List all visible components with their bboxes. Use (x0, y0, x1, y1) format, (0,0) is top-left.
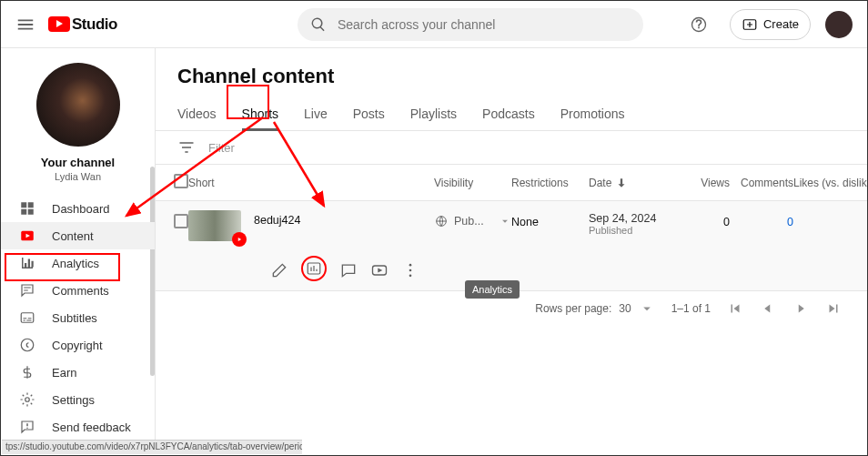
channel-name: Lydia Wan (1, 171, 155, 182)
svg-point-6 (26, 427, 28, 429)
browser-status-bar: tps://studio.youtube.com/video/x7rpNL3FY… (2, 440, 302, 454)
chevron-down-icon (499, 215, 511, 228)
filter-label: Filter (208, 141, 235, 155)
range-label: 1–1 of 1 (671, 302, 711, 315)
copyright-icon (19, 337, 35, 353)
tab-videos[interactable]: Videos (177, 97, 217, 130)
app-header: Studio Create (1, 1, 867, 48)
video-thumbnail[interactable] (188, 210, 241, 241)
channel-avatar[interactable] (36, 63, 120, 147)
sidebar-item-content[interactable]: Content (1, 222, 155, 249)
row-actions (270, 259, 434, 281)
sidebar-item-label: Subtitles (52, 311, 97, 325)
page-prev-icon[interactable] (760, 300, 776, 317)
visibility-value: Pub... (454, 215, 484, 228)
hamburger-icon[interactable] (15, 15, 35, 35)
search-box[interactable] (298, 8, 643, 41)
shorts-badge-icon (232, 232, 247, 247)
sidebar: Your channel Lydia Wan Dashboard Content… (1, 48, 156, 441)
page-last-icon[interactable] (825, 300, 842, 317)
search-input[interactable] (336, 16, 631, 33)
filter-bar[interactable]: Filter (156, 131, 867, 165)
sidebar-item-label: Dashboard (52, 202, 110, 216)
edit-icon[interactable] (270, 261, 288, 279)
svg-point-9 (409, 264, 412, 267)
sidebar-item-earn[interactable]: Earn (1, 359, 155, 386)
col-likes[interactable]: Likes (vs. dislike... (793, 177, 867, 189)
col-restrictions[interactable]: Restrictions (511, 177, 589, 189)
likes-value: – (793, 210, 867, 228)
sidebar-item-subtitles[interactable]: Subtitles (1, 304, 155, 331)
svg-point-4 (21, 339, 34, 351)
table-row: 8eduj424 Pub... N (156, 201, 867, 291)
studio-logo-text: Studio (72, 15, 117, 34)
sidebar-item-label: Settings (52, 393, 95, 407)
col-date[interactable]: Date (589, 177, 680, 189)
sidebar-item-copyright[interactable]: Copyright (1, 331, 155, 359)
sidebar-item-label: Earn (52, 366, 76, 380)
row-checkbox[interactable] (174, 214, 188, 228)
sidebar-item-label: Send feedback (52, 421, 131, 434)
create-button[interactable]: Create (730, 9, 811, 40)
date-sub: Published (589, 225, 680, 236)
visibility-selector[interactable]: Pub... (434, 214, 511, 228)
sidebar-item-dashboard[interactable]: Dashboard (1, 195, 155, 222)
page-first-icon[interactable] (727, 300, 743, 317)
sidebar-item-label: Comments (52, 284, 109, 298)
chevron-down-icon[interactable] (639, 300, 655, 317)
tab-podcasts[interactable]: Podcasts (482, 97, 535, 130)
create-label: Create (763, 17, 799, 31)
create-plus-icon (742, 16, 758, 33)
col-short[interactable]: Short (188, 177, 434, 189)
gear-icon (19, 391, 35, 408)
body: Your channel Lydia Wan Dashboard Content… (1, 48, 867, 441)
youtube-action-icon[interactable] (370, 261, 389, 279)
col-visibility[interactable]: Visibility (434, 177, 511, 189)
svg-point-5 (25, 398, 30, 402)
views-value: 0 (680, 210, 730, 228)
svg-point-11 (409, 275, 412, 278)
svg-point-10 (409, 269, 412, 272)
comments-icon (19, 282, 35, 299)
help-button[interactable] (682, 8, 715, 41)
channel-heading: Your channel (1, 156, 155, 169)
annotation-content-highlight (5, 253, 120, 281)
youtube-play-icon (48, 16, 70, 32)
sidebar-item-label: Content (52, 229, 94, 243)
tab-posts[interactable]: Posts (353, 97, 385, 130)
tab-playlists[interactable]: Playlists (410, 97, 457, 130)
sidebar-item-feedback[interactable]: Send feedback (1, 413, 155, 441)
account-avatar[interactable] (825, 11, 853, 38)
col-views[interactable]: Views (680, 177, 730, 189)
comments-value[interactable]: 0 (730, 210, 793, 228)
page-next-icon[interactable] (792, 300, 809, 317)
sidebar-item-label: Copyright (52, 339, 103, 352)
rows-per-page-label: Rows per page: (535, 302, 611, 315)
dashboard-icon (19, 200, 35, 217)
select-all-checkbox[interactable] (174, 174, 188, 188)
svg-rect-3 (21, 313, 34, 323)
tab-live[interactable]: Live (304, 97, 328, 130)
rows-per-page-value[interactable]: 30 (619, 302, 631, 315)
search-icon (310, 16, 327, 33)
analytics-action-highlight (301, 256, 327, 281)
filter-icon (177, 138, 196, 157)
table-header: Short Visibility Restrictions Date Views… (156, 165, 867, 201)
globe-icon (434, 214, 449, 228)
video-title[interactable]: 8eduj424 (254, 214, 300, 227)
tab-promotions[interactable]: Promotions (560, 97, 625, 130)
scrollbar[interactable] (150, 167, 155, 376)
feedback-icon (19, 419, 35, 435)
sidebar-item-settings[interactable]: Settings (1, 386, 155, 413)
arrow-down-icon (615, 177, 628, 189)
col-comments[interactable]: Comments (730, 177, 793, 189)
studio-logo[interactable]: Studio (48, 15, 117, 34)
help-icon (690, 15, 708, 34)
analytics-action-icon[interactable] (306, 260, 322, 277)
date-value: Sep 24, 2024 (589, 212, 680, 225)
comments-action-icon[interactable] (339, 261, 358, 279)
more-icon[interactable] (401, 261, 419, 279)
subtitles-icon (19, 309, 35, 326)
annotation-shorts-highlight (227, 85, 269, 119)
content-icon (19, 228, 35, 244)
